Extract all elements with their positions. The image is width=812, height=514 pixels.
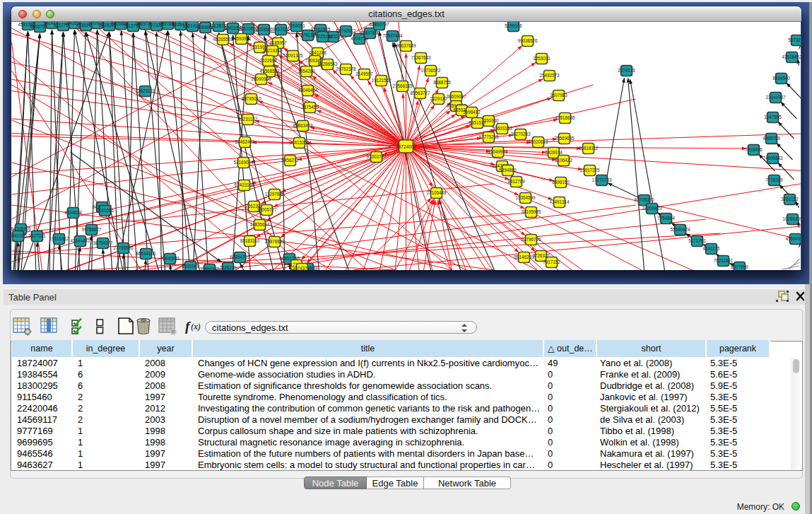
svg-text:8077999: 8077999 — [731, 264, 748, 269]
svg-text:84593961: 84593961 — [231, 36, 252, 41]
svg-text:2149597: 2149597 — [355, 71, 373, 76]
svg-text:97225156: 97225156 — [312, 34, 333, 39]
svg-text:3607983: 3607983 — [550, 93, 567, 98]
svg-text:14835614: 14835614 — [249, 222, 270, 227]
svg-text:67854710: 67854710 — [230, 255, 250, 259]
svg-text:41944441: 41944441 — [70, 238, 90, 243]
svg-text:38270233: 38270233 — [510, 132, 531, 136]
svg-text:41568532: 41568532 — [259, 69, 280, 74]
svg-text:5394880: 5394880 — [499, 168, 517, 173]
svg-text:85563727: 85563727 — [410, 90, 430, 95]
svg-text:48285503: 48285503 — [213, 37, 233, 42]
svg-text:19736572: 19736572 — [420, 68, 441, 73]
svg-text:93303777: 93303777 — [366, 154, 387, 159]
svg-text:27105448: 27105448 — [426, 190, 447, 195]
svg-text:5673212: 5673212 — [788, 37, 801, 42]
svg-text:19121552: 19121552 — [371, 78, 392, 83]
svg-text:70597444: 70597444 — [382, 33, 403, 38]
svg-text:51837852: 51837852 — [360, 30, 380, 35]
svg-text:20752378: 20752378 — [336, 66, 356, 71]
svg-text:27566185: 27566185 — [392, 83, 413, 88]
svg-text:f: f — [185, 319, 191, 334]
svg-text:8412769: 8412769 — [507, 179, 525, 184]
svg-text:3762152: 3762152 — [781, 197, 799, 201]
svg-text:4965789: 4965789 — [763, 136, 780, 141]
svg-text:75569635: 75569635 — [554, 136, 575, 141]
svg-text:45594951: 45594951 — [785, 236, 801, 241]
svg-text:43491314: 43491314 — [549, 199, 570, 204]
svg-text:25492573: 25492573 — [539, 73, 560, 78]
svg-text:27758595: 27758595 — [113, 245, 134, 250]
svg-text:3253031: 3253031 — [533, 56, 551, 61]
svg-text:7818496: 7818496 — [745, 147, 763, 152]
svg-text:55540424: 55540424 — [670, 227, 690, 232]
svg-text:5428914: 5428914 — [545, 150, 563, 155]
svg-text:4185957: 4185957 — [269, 40, 287, 45]
svg-text:4694634: 4694634 — [64, 210, 82, 215]
svg-text:38754377: 38754377 — [93, 240, 113, 245]
svg-text:2191066: 2191066 — [96, 208, 114, 213]
svg-text:15354599: 15354599 — [515, 195, 536, 200]
svg-text:7754864: 7754864 — [657, 216, 675, 221]
svg-text:96637649: 96637649 — [396, 43, 416, 48]
svg-text:1247595: 1247595 — [764, 115, 782, 119]
svg-text:30005727: 30005727 — [257, 207, 277, 212]
svg-text:5456272: 5456272 — [281, 158, 299, 163]
svg-text:30743797: 30743797 — [292, 266, 312, 270]
svg-text:39219319: 39219319 — [262, 48, 283, 53]
svg-text:15917225: 15917225 — [579, 168, 600, 173]
svg-text:43046464: 43046464 — [298, 88, 318, 93]
svg-text:85863473: 85863473 — [293, 123, 313, 128]
svg-text:71367643: 71367643 — [411, 55, 431, 60]
svg-text:52462441: 52462441 — [235, 139, 255, 144]
svg-text:35556386: 35556386 — [199, 267, 220, 270]
svg-text:5159166: 5159166 — [505, 23, 522, 28]
svg-text:67403166: 67403166 — [234, 182, 254, 187]
svg-text:99788677: 99788677 — [81, 227, 102, 232]
svg-text:4191175: 4191175 — [702, 246, 720, 251]
svg-text:23141087: 23141087 — [765, 95, 786, 100]
svg-text:47816686: 47816686 — [555, 115, 575, 120]
svg-text:2229110: 2229110 — [430, 96, 447, 101]
svg-text:11049999: 11049999 — [488, 149, 508, 154]
svg-text:7728339: 7728339 — [765, 177, 783, 182]
svg-text:12823170: 12823170 — [135, 88, 155, 93]
svg-text:37415205: 37415205 — [289, 140, 310, 145]
svg-text:43528453: 43528453 — [782, 54, 801, 59]
svg-text:52091325: 52091325 — [283, 53, 303, 58]
svg-text:73440831: 73440831 — [160, 256, 180, 261]
svg-text:18724007: 18724007 — [396, 144, 416, 149]
svg-text:19510312: 19510312 — [49, 236, 69, 241]
svg-text:1954280: 1954280 — [298, 69, 315, 74]
svg-text:97705310: 97705310 — [634, 197, 654, 202]
svg-text:2626229: 2626229 — [219, 265, 237, 270]
svg-text:26090908: 26090908 — [251, 76, 271, 81]
svg-text:2022698: 2022698 — [259, 58, 277, 63]
svg-text:6596150: 6596150 — [552, 180, 570, 185]
svg-text:89795010: 89795010 — [241, 96, 261, 101]
svg-text:97775215: 97775215 — [478, 134, 499, 139]
svg-text:70211891: 70211891 — [714, 258, 734, 263]
svg-text:8434500: 8434500 — [772, 76, 790, 81]
svg-text:16818112: 16818112 — [579, 146, 599, 151]
svg-text:81286543: 81286543 — [317, 62, 338, 66]
svg-text:23796726: 23796726 — [521, 237, 541, 242]
svg-text:7917152: 7917152 — [543, 259, 560, 264]
svg-text:68800797: 68800797 — [369, 22, 389, 27]
svg-text:88183110: 88183110 — [240, 238, 260, 243]
svg-text:23209423: 23209423 — [642, 206, 662, 211]
svg-text:8106422: 8106422 — [555, 158, 572, 163]
svg-text:8351517: 8351517 — [469, 120, 486, 125]
svg-text:5171761: 5171761 — [688, 238, 706, 243]
svg-text:38609087: 38609087 — [446, 94, 466, 99]
svg-text:98231132: 98231132 — [238, 117, 258, 122]
svg-text:17270733: 17270733 — [592, 177, 612, 182]
svg-text:10289289: 10289289 — [782, 216, 801, 221]
svg-text:3154051: 3154051 — [288, 23, 305, 28]
svg-text:8935169: 8935169 — [182, 264, 199, 269]
svg-text:(x): (x) — [191, 322, 201, 332]
svg-text:1841248: 1841248 — [309, 50, 326, 55]
svg-text:86644106: 86644106 — [136, 251, 156, 256]
svg-text:29876811: 29876811 — [265, 239, 285, 244]
svg-text:66792612: 66792612 — [336, 28, 356, 33]
